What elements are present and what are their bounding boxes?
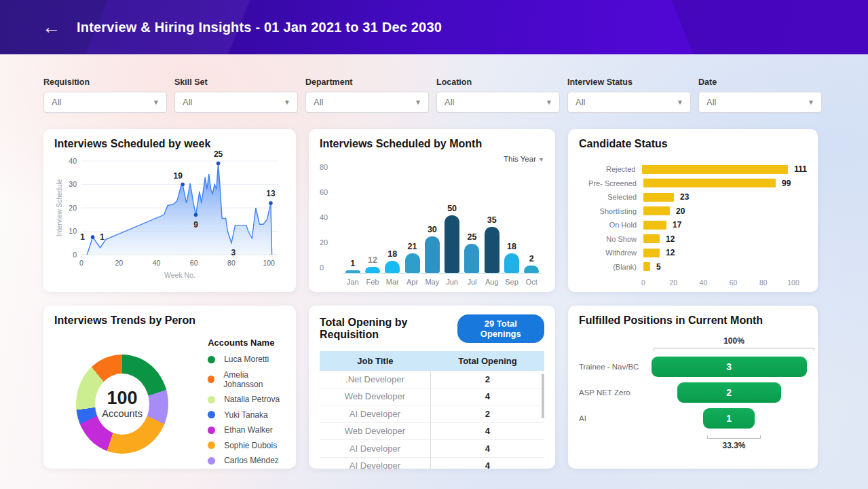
- filter-value: All: [314, 97, 323, 107]
- legend-item-ethan-walker[interactable]: Ethan Walker: [208, 425, 285, 435]
- filter-select-skill-set[interactable]: All ▼: [174, 92, 298, 113]
- cell-total-opening: 4: [431, 426, 544, 436]
- bar: [524, 266, 539, 273]
- chevron-down-icon: ▾: [540, 156, 543, 163]
- legend-dot: [208, 441, 215, 449]
- bar-value: 30: [428, 225, 437, 234]
- svg-text:20: 20: [69, 204, 77, 212]
- svg-text:30: 30: [69, 180, 77, 188]
- cell-total-opening: 4: [431, 443, 544, 454]
- status-row-on-hold[interactable]: On Hold 17: [579, 218, 807, 232]
- status-row-shortlisting[interactable]: Shortlisting 20: [579, 204, 807, 219]
- bar-jan[interactable]: 1: [343, 259, 362, 273]
- bar-jun[interactable]: 50: [442, 204, 461, 273]
- donut-chart-area: 100 Accounts Accounts Name Luca Moretti …: [54, 338, 285, 469]
- filter-skill-set: Skill Set All ▼: [174, 77, 298, 113]
- filter-interview-status: Interview Status All ▼: [567, 77, 691, 113]
- legend-dot: [208, 356, 215, 363]
- bar: [464, 244, 479, 273]
- legend-name: Luca Moretti: [224, 355, 269, 364]
- filter-select-location[interactable]: All ▼: [436, 92, 560, 113]
- card-total-openings: Total Opening by Requisition 29 Total Op…: [309, 306, 555, 469]
- bar-sep[interactable]: 18: [502, 242, 521, 273]
- legend-dot: [208, 427, 215, 434]
- bar-aug[interactable]: 35: [482, 215, 502, 273]
- legend-item-natalia-petrova[interactable]: Natalia Petrova: [208, 395, 285, 404]
- bar-value: 2: [529, 254, 534, 264]
- app-header: ← Interview & Hiring Insights - 01 Jan 2…: [0, 0, 868, 54]
- funnel-row-asp-net-zero[interactable]: ASP NET Zero 2: [579, 382, 807, 403]
- filter-select-requisition[interactable]: All ▼: [43, 92, 167, 113]
- filter-label: Skill Set: [174, 77, 298, 87]
- card-candidate-status: Candidate Status Rejected 111Pre- Screen…: [568, 129, 818, 292]
- funnel-row-ai[interactable]: AI 1: [579, 408, 807, 429]
- status-label: Withdrew: [579, 249, 643, 257]
- status-x-axis: 020406080100: [643, 278, 807, 289]
- chevron-down-icon: ▼: [415, 98, 421, 106]
- bar: [425, 236, 440, 273]
- status-row-pre-screened[interactable]: Pre- Screened 99: [579, 177, 807, 191]
- donut-center-value: 100: [107, 389, 138, 408]
- column-job-title: Job Title: [320, 356, 431, 366]
- month-x-axis: JanFebMarAprMayJunJulAugSepOct: [343, 278, 542, 286]
- bar-feb[interactable]: 12: [362, 255, 382, 273]
- legend-item-sophie-dubois[interactable]: Sophie Dubois: [208, 441, 285, 450]
- filter-label: Location: [436, 77, 560, 87]
- table-body: .Net Developer 2Web Developer 4AI Develo…: [320, 371, 544, 469]
- status-row-withdrew[interactable]: Withdrew 12: [579, 246, 807, 260]
- funnel-rows: Trainee - Nav/BC 3 ASP NET Zero 2 AI 1: [579, 357, 807, 429]
- filter-select-department[interactable]: All ▼: [305, 92, 429, 113]
- x-tick: Mar: [383, 278, 402, 286]
- total-openings-badge[interactable]: 29 Total Openings: [457, 314, 544, 343]
- bar-value: 12: [368, 255, 377, 265]
- legend-item-yuki-tanaka[interactable]: Yuki Tanaka: [208, 410, 285, 420]
- status-bar: [643, 262, 650, 271]
- status-bar: [643, 234, 660, 243]
- y-tick: 40: [320, 213, 337, 221]
- status-value: 23: [680, 192, 689, 202]
- bar-apr[interactable]: 21: [402, 242, 422, 273]
- table-row[interactable]: Web Developer 4: [320, 423, 544, 441]
- legend-item-amelia-johansson[interactable]: Amelia Johansson: [208, 370, 285, 389]
- status-label: Selected: [579, 193, 643, 201]
- year-filter-dropdown[interactable]: This Year ▾: [504, 155, 543, 163]
- year-filter-label: This Year: [504, 155, 536, 163]
- column-total-opening: Total Opening: [431, 356, 544, 366]
- filters-bar: Requisition All ▼ Skill Set All ▼ Depart…: [43, 77, 868, 113]
- status-bar: [643, 206, 670, 215]
- table-row[interactable]: Web Developer 4: [320, 388, 544, 406]
- funnel-bar: 1: [703, 408, 755, 429]
- filter-select-date[interactable]: All ▼: [698, 92, 822, 113]
- status-value: 20: [676, 206, 685, 216]
- svg-text:60: 60: [190, 259, 198, 267]
- legend-item-carlos-m-ndez[interactable]: Carlos Méndez: [208, 456, 285, 465]
- funnel-row-trainee-nav-bc[interactable]: Trainee - Nav/BC 3: [579, 357, 807, 377]
- funnel-category: AI: [579, 414, 652, 422]
- bar-jul[interactable]: 25: [462, 232, 482, 273]
- donut-chart: 100 Accounts: [76, 355, 168, 454]
- bar-may[interactable]: 30: [422, 225, 442, 273]
- table-row[interactable]: .Net Developer 2: [320, 371, 544, 388]
- svg-text:19: 19: [173, 171, 183, 181]
- status-bar: [642, 165, 788, 174]
- legend-item-luca-moretti[interactable]: Luca Moretti: [208, 355, 285, 364]
- status-row-no-show[interactable]: No Show 12: [579, 232, 807, 247]
- table-row[interactable]: AI Developer 4: [320, 440, 544, 458]
- bar-mar[interactable]: 18: [383, 249, 402, 274]
- y-tick: 80: [320, 163, 337, 171]
- ruler-line: [707, 435, 761, 439]
- table-scrollbar[interactable]: [542, 374, 544, 418]
- status-bar: [643, 221, 666, 230]
- table-row[interactable]: AI Developer 4: [320, 458, 544, 469]
- status-row-rejected[interactable]: Rejected 111: [579, 162, 807, 177]
- status-row-selected[interactable]: Selected 23: [579, 190, 807, 204]
- table-row[interactable]: AI Developer 2: [320, 405, 544, 423]
- openings-table: Job Title Total Opening .Net Developer 2…: [320, 351, 544, 469]
- filter-select-interview-status[interactable]: All ▼: [567, 92, 691, 113]
- status-row--blank-[interactable]: (Blank) 5: [579, 260, 807, 274]
- status-value: 12: [666, 248, 675, 257]
- bar-oct[interactable]: 2: [522, 254, 542, 273]
- legend-title: Accounts Name: [208, 338, 285, 348]
- back-button[interactable]: ←: [42, 18, 60, 37]
- svg-text:Week No.: Week No.: [164, 271, 195, 279]
